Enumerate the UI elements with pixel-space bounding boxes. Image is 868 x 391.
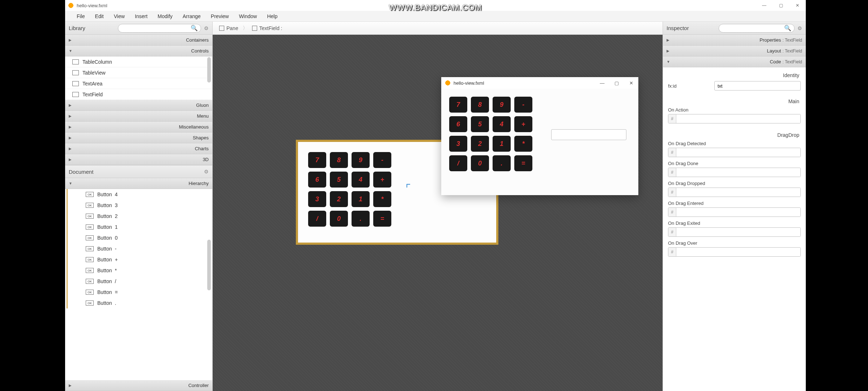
controls-scrollbar[interactable] xyxy=(207,57,211,83)
event-field[interactable] xyxy=(676,168,800,177)
runtime-button[interactable]: 3 xyxy=(449,136,467,152)
design-button[interactable]: 9 xyxy=(352,152,370,168)
library-settings-icon[interactable]: ⚙ xyxy=(204,25,209,31)
event-input[interactable]: # xyxy=(668,168,801,177)
design-button[interactable]: 1 xyxy=(352,191,370,207)
runtime-button[interactable]: + xyxy=(514,116,532,132)
design-button[interactable]: 6 xyxy=(308,172,326,188)
design-button[interactable]: 0 xyxy=(330,211,348,227)
event-field[interactable] xyxy=(676,248,800,256)
runtime-button[interactable]: . xyxy=(493,155,511,171)
section-menu[interactable]: ▶Menu xyxy=(65,111,212,122)
runtime-button[interactable]: 6 xyxy=(449,116,467,132)
section-controller[interactable]: ▶ Controller xyxy=(65,380,212,391)
design-button[interactable]: - xyxy=(373,152,391,168)
document-settings-icon[interactable]: ⚙ xyxy=(204,169,209,175)
menu-arrange[interactable]: Arrange xyxy=(178,13,206,19)
runtime-button[interactable]: - xyxy=(514,97,532,113)
selection-handle-icon[interactable] xyxy=(407,184,410,188)
hierarchy-item[interactable]: OKButton= xyxy=(67,287,212,298)
event-input[interactable]: # xyxy=(668,247,801,257)
runtime-button[interactable]: 9 xyxy=(493,97,511,113)
menu-file[interactable]: File xyxy=(72,13,90,19)
section-gluon[interactable]: ▶Gluon xyxy=(65,100,212,111)
runtime-maximize-button[interactable]: ▢ xyxy=(609,80,624,86)
section-containers[interactable]: ▶ Containers xyxy=(65,35,212,46)
library-search-input[interactable]: 🔍 xyxy=(118,24,201,33)
event-field[interactable] xyxy=(676,188,800,197)
design-button[interactable]: / xyxy=(308,211,326,227)
design-button[interactable]: 2 xyxy=(330,191,348,207)
hierarchy-scrollbar[interactable] xyxy=(207,240,211,290)
event-field[interactable] xyxy=(676,148,800,157)
runtime-button[interactable]: 0 xyxy=(471,155,489,171)
design-button[interactable]: 3 xyxy=(308,191,326,207)
hierarchy-item[interactable]: OKButton1 xyxy=(67,222,212,232)
runtime-button[interactable]: 7 xyxy=(449,97,467,113)
control-item-textarea[interactable]: TextArea xyxy=(65,78,212,89)
control-item-tablecolumn[interactable]: TableColumn xyxy=(65,56,212,67)
event-input[interactable]: # xyxy=(668,227,801,237)
menu-preview[interactable]: Preview xyxy=(206,13,234,19)
inspector-search-input[interactable]: 🔍 xyxy=(719,24,795,33)
design-button[interactable]: 4 xyxy=(352,172,370,188)
event-input[interactable]: # xyxy=(668,188,801,197)
menu-modify[interactable]: Modify xyxy=(153,13,178,19)
runtime-button[interactable]: 2 xyxy=(471,136,489,152)
menu-edit[interactable]: Edit xyxy=(90,13,109,19)
runtime-button[interactable]: 5 xyxy=(471,116,489,132)
runtime-button[interactable]: = xyxy=(514,155,532,171)
runtime-button[interactable]: 8 xyxy=(471,97,489,113)
section-charts[interactable]: ▶Charts xyxy=(65,143,212,154)
design-button[interactable]: 8 xyxy=(330,152,348,168)
hierarchy-item[interactable]: OKButton- xyxy=(67,243,212,254)
hierarchy-item[interactable]: OKButton0 xyxy=(67,232,212,243)
runtime-textfield[interactable] xyxy=(551,129,626,140)
runtime-button[interactable]: * xyxy=(514,136,532,152)
design-button[interactable]: * xyxy=(373,191,391,207)
section-hierarchy[interactable]: ▼ Hierarchy xyxy=(65,178,212,189)
section-misc[interactable]: ▶Miscellaneous xyxy=(65,122,212,133)
control-item-tableview[interactable]: TableView xyxy=(65,67,212,78)
inspector-settings-icon[interactable]: ⚙ xyxy=(797,25,802,31)
event-input[interactable]: # xyxy=(668,207,801,217)
on-action-input[interactable]: # xyxy=(668,114,801,123)
runtime-preview-window[interactable]: hello-view.fxml — ▢ ✕ 7 8 9 - 6 5 4 + 3 … xyxy=(441,77,638,195)
event-field[interactable] xyxy=(676,228,800,236)
control-item-textfield[interactable]: TextField xyxy=(65,89,212,100)
hierarchy-item[interactable]: OKButton2 xyxy=(67,211,212,222)
on-action-field[interactable] xyxy=(676,114,800,123)
section-controls[interactable]: ▼ Controls xyxy=(65,46,212,56)
inspector-section-properties[interactable]: ▶ Properties: TextField xyxy=(663,35,806,46)
runtime-button[interactable]: 4 xyxy=(493,116,511,132)
runtime-button[interactable]: 1 xyxy=(493,136,511,152)
design-button[interactable]: 5 xyxy=(330,172,348,188)
runtime-button[interactable]: / xyxy=(449,155,467,171)
inspector-section-layout[interactable]: ▶ Layout: TextField xyxy=(663,46,806,56)
menu-window[interactable]: Window xyxy=(234,13,262,19)
hierarchy-item[interactable]: OKButton4 xyxy=(67,189,212,200)
hierarchy-item[interactable]: OKButton+ xyxy=(67,254,212,265)
hierarchy-item[interactable]: OKButton/ xyxy=(67,276,212,287)
hierarchy-item[interactable]: OKButton* xyxy=(67,265,212,276)
breadcrumb-pane[interactable]: Pane xyxy=(216,25,241,31)
design-button[interactable]: . xyxy=(352,211,370,227)
runtime-close-button[interactable]: ✕ xyxy=(624,80,638,86)
maximize-button[interactable]: ▢ xyxy=(773,0,789,11)
inspector-section-code[interactable]: ▼ Code: TextField xyxy=(663,56,806,67)
menu-insert[interactable]: Insert xyxy=(130,13,153,19)
design-button[interactable]: + xyxy=(373,172,391,188)
runtime-minimize-button[interactable]: — xyxy=(595,80,609,86)
hierarchy-item[interactable]: OKButton3 xyxy=(67,200,212,211)
menu-help[interactable]: Help xyxy=(262,13,282,19)
menu-view[interactable]: View xyxy=(109,13,130,19)
section-3d[interactable]: ▶3D xyxy=(65,154,212,165)
design-button[interactable]: = xyxy=(373,211,391,227)
design-button[interactable]: 7 xyxy=(308,152,326,168)
fxid-input[interactable] xyxy=(714,81,801,91)
hierarchy-item[interactable]: OKButton. xyxy=(67,298,212,308)
breadcrumb-textfield[interactable]: TextField : xyxy=(249,25,285,31)
close-button[interactable]: ✕ xyxy=(789,0,806,11)
event-field[interactable] xyxy=(676,208,800,216)
event-input[interactable]: # xyxy=(668,148,801,157)
